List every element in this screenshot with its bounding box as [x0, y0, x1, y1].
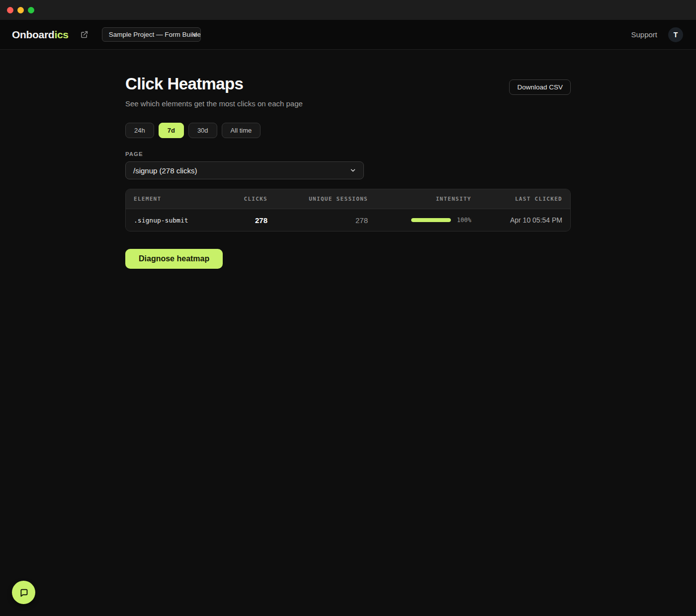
column-header-intensity: INTENSITY [368, 196, 471, 202]
column-header-element: ELEMENT [134, 196, 208, 202]
filter-7d-button[interactable]: 7d [159, 123, 184, 138]
intensity-bar-fill [411, 218, 451, 222]
app-header: Onboardics Sample Project — Form Builder… [0, 20, 696, 50]
zoom-window-button[interactable] [28, 7, 34, 13]
table-header-row: ELEMENT CLICKS UNIQUE SESSIONS INTENSITY… [126, 189, 570, 209]
intensity-bar-track [411, 218, 451, 222]
project-selector-value: Sample Project — Form Builder [109, 31, 201, 38]
chat-fab-button[interactable] [12, 581, 35, 604]
filter-24h-button[interactable]: 24h [125, 123, 154, 138]
table-row: .signup-submit 278 278 100% Apr 10 05:54… [126, 209, 570, 231]
avatar-initial: T [674, 31, 678, 39]
page-select-label: PAGE [125, 151, 571, 157]
page-head-text: Click Heatmaps See which elements get th… [125, 75, 303, 108]
logo-text-accent: ics [54, 29, 68, 40]
cell-clicks: 278 [208, 216, 267, 225]
filter-all-time-button[interactable]: All time [222, 123, 261, 138]
chevron-down-icon [349, 167, 356, 174]
external-link-icon[interactable] [80, 30, 89, 39]
column-header-last-clicked: LAST CLICKED [471, 196, 562, 202]
diagnose-heatmap-button[interactable]: Diagnose heatmap [125, 249, 223, 269]
avatar[interactable]: T [668, 27, 683, 42]
time-range-filters: 24h 7d 30d All time [125, 123, 571, 138]
heatmap-table: ELEMENT CLICKS UNIQUE SESSIONS INTENSITY… [125, 189, 571, 231]
chevron-down-icon [192, 32, 198, 38]
main-content: Click Heatmaps See which elements get th… [125, 50, 571, 269]
chat-bubble-icon [18, 587, 29, 598]
column-header-unique-sessions: UNIQUE SESSIONS [267, 196, 368, 202]
filter-30d-button[interactable]: 30d [188, 123, 217, 138]
cell-unique-sessions: 278 [267, 216, 368, 225]
support-link[interactable]: Support [631, 30, 657, 39]
window-titlebar [0, 0, 696, 20]
page-subtitle: See which elements get the most clicks o… [125, 99, 303, 108]
close-window-button[interactable] [7, 7, 13, 13]
cell-element: .signup-submit [134, 217, 208, 224]
app-logo: Onboardics [12, 29, 69, 41]
page-select[interactable]: /signup (278 clicks) [125, 161, 364, 179]
cell-last-clicked: Apr 10 05:54 PM [471, 216, 562, 224]
cell-intensity: 100% [368, 217, 471, 224]
intensity-label: 100% [457, 217, 471, 224]
download-csv-button[interactable]: Download CSV [509, 79, 571, 95]
logo-text-primary: Onboard [12, 29, 54, 40]
minimize-window-button[interactable] [17, 7, 24, 13]
page-select-value: /signup (278 clicks) [133, 166, 197, 175]
column-header-clicks: CLICKS [208, 196, 267, 202]
project-selector[interactable]: Sample Project — Form Builder [102, 27, 201, 42]
page-head: Click Heatmaps See which elements get th… [125, 75, 571, 108]
page-title: Click Heatmaps [125, 75, 303, 93]
